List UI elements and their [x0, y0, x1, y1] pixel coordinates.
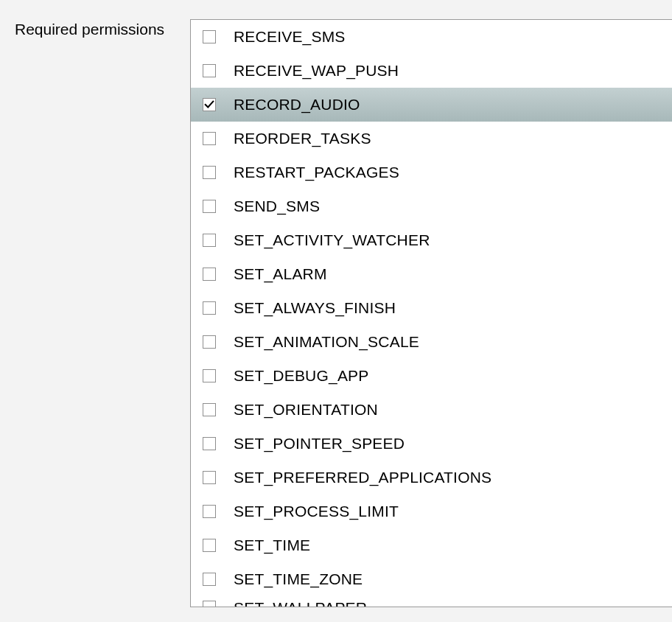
- permission-row[interactable]: SET_POINTER_SPEED: [191, 427, 672, 461]
- permission-label: SET_ALWAYS_FINISH: [234, 299, 396, 317]
- permission-label: SET_DEBUG_APP: [234, 367, 369, 385]
- permission-row[interactable]: SET_ALARM: [191, 257, 672, 291]
- permission-row[interactable]: REORDER_TASKS: [191, 122, 672, 156]
- permission-checkbox[interactable]: [203, 573, 216, 586]
- permission-label: SET_ANIMATION_SCALE: [234, 333, 419, 351]
- permission-checkbox[interactable]: [203, 601, 216, 607]
- permission-checkbox[interactable]: [203, 335, 216, 349]
- permission-checkbox[interactable]: [203, 234, 216, 247]
- permissions-listbox[interactable]: RECEIVE_SMSRECEIVE_WAP_PUSHRECORD_AUDIOR…: [190, 19, 672, 607]
- permission-row[interactable]: SET_TIME: [191, 528, 672, 562]
- permission-checkbox[interactable]: [203, 166, 216, 179]
- permission-label: SET_PREFERRED_APPLICATIONS: [234, 469, 491, 486]
- permission-row[interactable]: SET_PREFERRED_APPLICATIONS: [191, 461, 672, 495]
- permission-checkbox[interactable]: [203, 369, 216, 382]
- permission-checkbox[interactable]: [203, 268, 216, 281]
- permission-label: REORDER_TASKS: [234, 130, 371, 147]
- permission-row[interactable]: SET_ALWAYS_FINISH: [191, 291, 672, 325]
- permission-label: RESTART_PACKAGES: [234, 164, 399, 181]
- permission-row[interactable]: SET_TIME_ZONE: [191, 562, 672, 596]
- permission-row[interactable]: SET_ANIMATION_SCALE: [191, 325, 672, 359]
- permission-row[interactable]: SEND_SMS: [191, 189, 672, 223]
- permission-label: SET_WALLPAPER: [234, 599, 367, 607]
- permission-label: SET_ALARM: [234, 265, 327, 283]
- permission-label: RECEIVE_WAP_PUSH: [234, 62, 399, 80]
- permission-row[interactable]: RESTART_PACKAGES: [191, 156, 672, 189]
- permission-row[interactable]: SET_WALLPAPER: [191, 596, 672, 607]
- permission-checkbox[interactable]: [203, 200, 216, 213]
- permission-checkbox[interactable]: [203, 403, 216, 416]
- permission-checkbox[interactable]: [203, 437, 216, 450]
- permission-row[interactable]: SET_DEBUG_APP: [191, 359, 672, 393]
- permission-label: RECORD_AUDIO: [234, 96, 360, 113]
- permission-row[interactable]: SET_PROCESS_LIMIT: [191, 495, 672, 528]
- permission-checkbox[interactable]: [203, 30, 216, 43]
- permission-row[interactable]: RECEIVE_SMS: [191, 20, 672, 54]
- permission-checkbox[interactable]: [203, 98, 216, 111]
- permission-checkbox[interactable]: [203, 64, 216, 77]
- permission-label: SET_TIME_ZONE: [234, 570, 363, 588]
- permission-label: SET_TIME: [234, 537, 310, 554]
- permission-label: SET_ACTIVITY_WATCHER: [234, 231, 430, 249]
- permission-label: SET_ORIENTATION: [234, 401, 378, 419]
- permission-label: RECEIVE_SMS: [234, 28, 346, 46]
- permission-checkbox[interactable]: [203, 301, 216, 315]
- permission-checkbox[interactable]: [203, 505, 216, 518]
- permission-row[interactable]: SET_ORIENTATION: [191, 393, 672, 427]
- permission-row[interactable]: RECORD_AUDIO: [191, 88, 672, 122]
- permission-checkbox[interactable]: [203, 539, 216, 552]
- permission-row[interactable]: SET_ACTIVITY_WATCHER: [191, 223, 672, 257]
- permission-row[interactable]: RECEIVE_WAP_PUSH: [191, 54, 672, 88]
- permission-label: SET_POINTER_SPEED: [234, 435, 405, 452]
- permission-checkbox[interactable]: [203, 471, 216, 484]
- permission-label: SET_PROCESS_LIMIT: [234, 503, 399, 520]
- permission-checkbox[interactable]: [203, 132, 216, 145]
- section-label: Required permissions: [0, 19, 190, 38]
- permission-label: SEND_SMS: [234, 198, 320, 215]
